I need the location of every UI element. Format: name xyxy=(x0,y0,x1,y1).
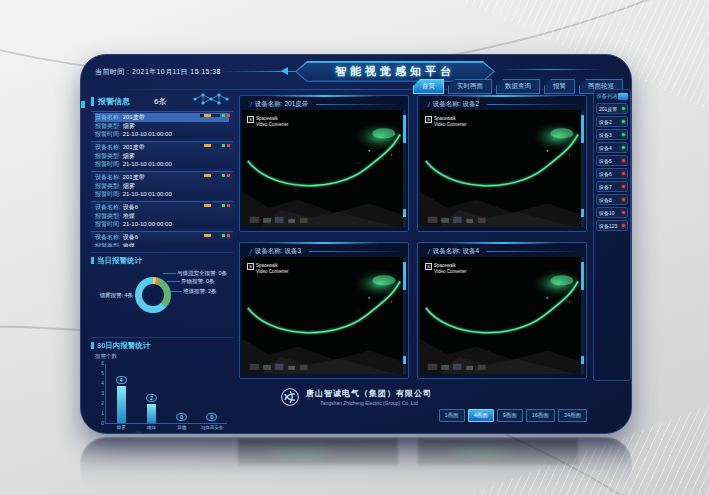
leader-line xyxy=(167,281,180,282)
video-title: 设备名称: 设备2 xyxy=(433,100,479,109)
status-dot xyxy=(622,133,625,136)
video-stream[interactable]: S SpacewalkVideo Converter xyxy=(420,110,584,227)
bar-value-badge: 4 xyxy=(116,376,127,384)
today-stats-section: 当日报警统计 与煤流安全报警: 0条 异物报警: 0条 堆煤报警: 2条 烟雾报… xyxy=(91,252,233,332)
device-list-tab[interactable] xyxy=(618,93,628,100)
video-stream[interactable]: S SpacewalkVideo Converter xyxy=(420,257,584,374)
video-panel-1: /设备名称: 201皮带 xyxy=(239,95,409,232)
left-sidebar: 报警信息 6条 设备名称:201皮带 报警类型:烟雾 报警时间:21-10-10… xyxy=(91,95,233,433)
current-time: 当前时间：2021年10月11日 15:15:38 xyxy=(95,67,221,77)
video-title: 设备名称: 设备4 xyxy=(433,247,479,256)
device-list-panel: 设备列表 201皮带 设备2 设备3 设备4 设备5 设备6 设备7 设备8 设… xyxy=(593,89,631,381)
alarm-list-item[interactable]: 设备名称:201皮带 报警类型:烟雾 报警时间:21-10-10 01:00:0… xyxy=(91,141,233,168)
view-9-button[interactable]: 9画面 xyxy=(497,409,523,422)
view-24-button[interactable]: 24画面 xyxy=(558,409,587,422)
converter-logo-icon: S xyxy=(247,263,254,270)
video-panel-header: /设备名称: 设备4 xyxy=(420,245,584,257)
scrollbar-thumb[interactable] xyxy=(403,209,406,217)
device-list-title: 设备列表 xyxy=(596,93,618,100)
x-axis-label: 异物 xyxy=(177,425,186,430)
video-panel-header: /设备名称: 设备2 xyxy=(420,98,584,110)
device-item[interactable]: 设备4 xyxy=(596,142,628,153)
device-label: 设备名称: xyxy=(95,114,121,120)
video-frame-image xyxy=(242,110,406,227)
video-title: 设备名称: 设备3 xyxy=(255,247,301,256)
device-item[interactable]: 设备7 xyxy=(596,181,628,192)
view-1-button[interactable]: 1画面 xyxy=(439,409,465,422)
x-axis-label: 烟雾 xyxy=(117,425,126,430)
view-switcher: 1画面 4画面 9画面 16画面 24画面 xyxy=(439,409,587,422)
device-item[interactable]: 设备5 xyxy=(596,155,628,166)
x-axis-label: 与煤流安全 xyxy=(201,425,224,430)
device-item[interactable]: 设备2 xyxy=(596,116,628,127)
status-dot xyxy=(622,159,625,162)
status-dot xyxy=(622,172,625,175)
scrollbar xyxy=(581,257,584,374)
converter-logo-icon: S xyxy=(247,116,254,123)
device-item[interactable]: 设备8 xyxy=(596,194,628,205)
type-value: 烟雾 xyxy=(123,123,135,129)
scrollbar xyxy=(403,257,406,374)
status-indicators xyxy=(200,204,230,207)
device-item[interactable]: 设备10 xyxy=(596,207,628,218)
video-panel-3: /设备名称: 设备3 S xyxy=(239,242,409,379)
alarm-list-item[interactable]: 设备名称:201皮带 报警类型:烟雾 报警时间:21-10-10 01:00:0… xyxy=(91,171,233,198)
alarm-list-item[interactable]: 设备名称:设备6 报警类型:堆煤 报警时间:21-10-10 00:00:00 xyxy=(91,201,233,228)
x-axis-label: 堆煤 xyxy=(147,425,156,430)
company-name-cn: 唐山智诚电气（集团）有限公司 xyxy=(306,388,432,399)
status-indicators xyxy=(200,234,230,237)
time-label: 报警时间: xyxy=(95,131,121,137)
dashboard-panel: 当前时间：2021年10月11日 15:15:38 智能视觉感知平台 首页 实时… xyxy=(80,54,632,434)
status-indicators xyxy=(200,114,230,117)
leader-line xyxy=(163,273,176,274)
watermark: S SpacewalkVideo Converter xyxy=(425,116,466,127)
status-dot xyxy=(622,224,625,227)
slash-decoration: / xyxy=(250,248,252,255)
status-dot xyxy=(622,120,625,123)
scrollbar-thumb[interactable] xyxy=(403,356,406,364)
converter-logo-icon: S xyxy=(425,263,432,270)
divider xyxy=(501,69,601,70)
converter-logo-icon: S xyxy=(425,116,432,123)
status-indicators xyxy=(200,144,230,147)
watermark: S SpacewalkVideo Converter xyxy=(247,116,288,127)
scrollbar-thumb[interactable] xyxy=(403,115,406,143)
video-stream[interactable]: S SpacewalkVideo Converter xyxy=(242,257,406,374)
video-grid: /设备名称: 201皮带 xyxy=(239,95,587,379)
scrollbar-thumb[interactable] xyxy=(403,262,406,290)
video-frame-image xyxy=(420,257,584,374)
device-item[interactable]: 201皮带 xyxy=(596,103,628,114)
top-nav: 首页 实时画面 数据查询 报警 画面轮巡 xyxy=(413,79,623,94)
device-item[interactable]: 设备6 xyxy=(596,168,628,179)
donut-chart xyxy=(135,277,171,313)
alarm-count: 6条 xyxy=(154,96,166,107)
view-16-button[interactable]: 16画面 xyxy=(526,409,555,422)
device-item[interactable]: 设备123 xyxy=(596,220,628,231)
alarm-list-item[interactable]: 设备名称:201皮带 报警类型:烟雾 报警时间:21-10-10 01:00:0… xyxy=(91,111,233,138)
banner-arrow-icon xyxy=(281,67,288,75)
nav-query-button[interactable]: 数据查询 xyxy=(496,79,540,94)
device-value: 201皮带 xyxy=(123,114,145,120)
video-panel-header: /设备名称: 201皮带 xyxy=(242,98,406,110)
slash-decoration: / xyxy=(428,248,430,255)
scrollbar-thumb[interactable] xyxy=(581,262,584,290)
nav-home-button[interactable]: 首页 xyxy=(413,79,444,94)
slash-decoration: / xyxy=(428,101,430,108)
section-tick xyxy=(91,97,94,106)
panel-reflection xyxy=(80,437,632,495)
watermark: S SpacewalkVideo Converter xyxy=(425,263,466,274)
scrollbar xyxy=(581,110,584,227)
company-logo-icon xyxy=(280,387,300,407)
alarm-list-item[interactable]: 设备名称:设备6 报警类型:堆煤 xyxy=(91,231,233,247)
donut-label: 烟雾报警: 4条 xyxy=(91,292,133,299)
video-stream[interactable]: S SpacewalkVideo Converter xyxy=(242,110,406,227)
scrollbar-thumb[interactable] xyxy=(581,356,584,364)
nav-live-button[interactable]: 实时画面 xyxy=(448,79,492,94)
scrollbar-thumb[interactable] xyxy=(581,209,584,217)
nav-alarm-button[interactable]: 报警 xyxy=(544,79,575,94)
view-4-button[interactable]: 4画面 xyxy=(468,409,494,422)
device-item[interactable]: 设备3 xyxy=(596,129,628,140)
bar xyxy=(147,404,156,423)
scrollbar-thumb[interactable] xyxy=(581,115,584,143)
status-dot xyxy=(622,211,625,214)
